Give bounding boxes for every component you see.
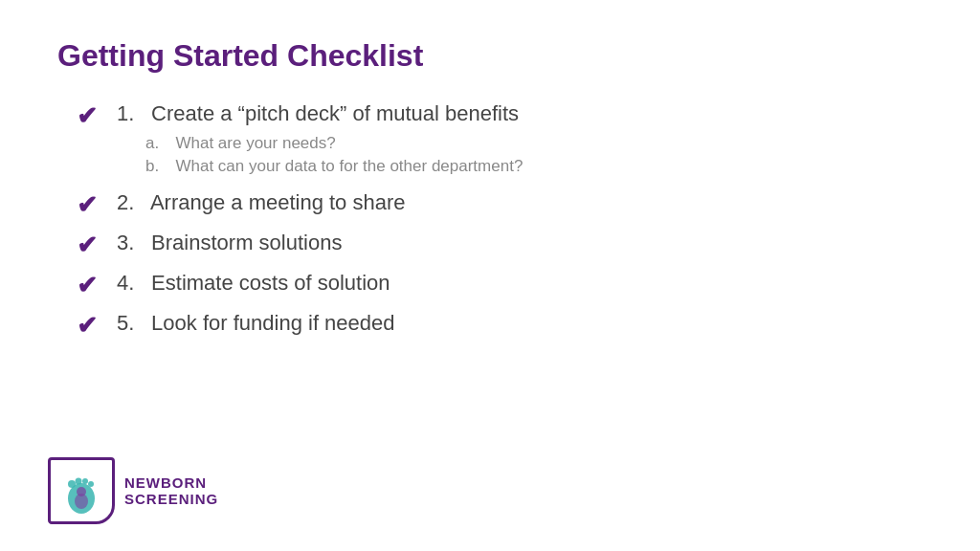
item-number: 2. [117,189,145,217]
sub-item: b. What can your data to for the other d… [145,157,523,176]
item-number: 1. [117,100,145,128]
sub-label: a. [145,134,167,153]
item-text: 5. Look for funding if needed [117,311,395,335]
item-number: 4. [117,270,145,298]
item-number: 5. [117,310,145,338]
checklist-item: ✔2. Arrange a meeting to share [77,189,923,220]
item-content: 1. Create a “pitch deck” of mutual benef… [117,100,523,180]
slide: Getting Started Checklist ✔1. Create a “… [0,0,980,551]
item-text: 2. Arrange a meeting to share [117,190,406,214]
checklist-item: ✔1. Create a “pitch deck” of mutual bene… [77,100,923,180]
svg-point-2 [76,477,82,484]
item-content: 4. Estimate costs of solution [117,270,390,298]
sub-item: a. What are your needs? [145,134,523,153]
item-text: 1. Create a “pitch deck” of mutual benef… [117,101,519,125]
sub-list: a. What are your needs?b. What can your … [145,134,523,176]
svg-point-1 [68,480,76,488]
item-content: 3. Brainstorm solutions [117,230,342,257]
checklist: ✔1. Create a “pitch deck” of mutual bene… [57,100,923,341]
item-text: 3. Brainstorm solutions [117,231,342,254]
logo-area: NEWBORN SCREENING [48,457,218,524]
logo-svg [57,465,105,518]
item-content: 5. Look for funding if needed [117,310,395,338]
page-title: Getting Started Checklist [57,38,923,74]
item-number: 3. [117,230,145,257]
svg-point-6 [75,494,88,509]
checklist-item: ✔3. Brainstorm solutions [77,230,923,260]
sub-text: What can your data to for the other depa… [175,157,523,176]
logo-text: NEWBORN SCREENING [124,474,218,507]
checkmark-icon: ✔ [77,101,103,131]
svg-point-3 [82,478,88,484]
checklist-item: ✔5. Look for funding if needed [77,310,923,341]
checkmark-icon: ✔ [77,190,103,220]
sub-text: What are your needs? [175,134,335,153]
sub-label: b. [145,157,167,176]
item-text: 4. Estimate costs of solution [117,271,390,295]
checklist-item: ✔4. Estimate costs of solution [77,270,923,300]
checkmark-icon: ✔ [77,311,103,341]
logo-icon [48,457,115,524]
item-content: 2. Arrange a meeting to share [117,189,406,217]
logo-line2: SCREENING [124,491,218,507]
checkmark-icon: ✔ [77,271,103,300]
svg-point-4 [88,481,94,487]
logo-line1: NEWBORN [124,474,218,491]
checkmark-icon: ✔ [77,231,103,260]
